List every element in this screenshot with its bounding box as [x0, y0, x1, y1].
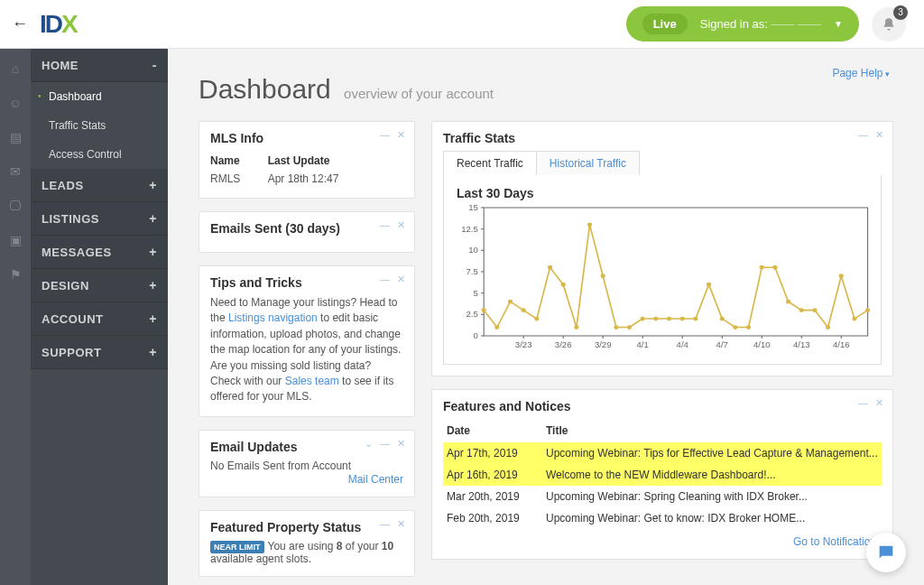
collapse-icon[interactable]: —: [858, 397, 868, 409]
card-title: MLS Info: [210, 131, 403, 145]
notice-row[interactable]: Apr 17th, 2019Upcoming Webinar: Tips for…: [443, 442, 882, 464]
card-title: Featured Property Status: [210, 520, 403, 534]
svg-point-38: [548, 265, 552, 270]
chevron-down-icon[interactable]: ⌄: [365, 438, 373, 450]
collapse-icon[interactable]: —: [380, 438, 390, 450]
svg-point-43: [614, 325, 618, 330]
chart-title: Last 30 Days: [457, 186, 873, 200]
messages-icon[interactable]: ✉: [10, 164, 21, 179]
chat-fab[interactable]: [866, 533, 906, 572]
svg-point-34: [494, 325, 499, 330]
content: Page Help Dashboard overview of your acc…: [168, 49, 924, 585]
traffic-tabs: Recent Traffic Historical Traffic: [443, 151, 640, 175]
collapse-icon[interactable]: —: [380, 274, 390, 285]
collapse-icon[interactable]: —: [380, 518, 390, 530]
sidebar-section-support[interactable]: SUPPORT+: [31, 336, 168, 369]
topbar: ← IDX Live Signed in as: —— —— ▼ 3: [0, 0, 924, 49]
card-emails-sent: —✕ Emails Sent (30 days): [199, 211, 415, 253]
page-help-link[interactable]: Page Help: [832, 67, 890, 79]
notifications-button[interactable]: 3: [872, 7, 906, 42]
collapse-icon[interactable]: —: [858, 129, 868, 141]
sidebar-item-dashboard[interactable]: Dashboard: [31, 82, 168, 111]
svg-point-45: [641, 317, 645, 321]
close-icon[interactable]: ✕: [397, 438, 405, 450]
listings-icon[interactable]: ▤: [10, 130, 22, 144]
svg-point-59: [826, 325, 830, 330]
tab-recent-traffic[interactable]: Recent Traffic: [444, 152, 537, 175]
mail-center-link[interactable]: Mail Center: [348, 473, 403, 486]
sidebar-item-traffic-stats[interactable]: Traffic Stats: [31, 111, 168, 140]
svg-point-44: [627, 325, 632, 330]
close-icon[interactable]: ✕: [397, 274, 405, 285]
design-icon[interactable]: 🖵: [9, 199, 22, 213]
sidebar-section-listings[interactable]: LISTINGS+: [31, 202, 168, 236]
svg-point-48: [680, 317, 685, 321]
svg-text:4/13: 4/13: [793, 340, 810, 349]
svg-point-52: [733, 325, 737, 330]
support-icon[interactable]: ⚑: [10, 267, 22, 282]
notice-row[interactable]: Apr 16th, 2019Welcome to the NEW Middlew…: [443, 464, 882, 486]
tab-historical-traffic[interactable]: Historical Traffic: [537, 152, 639, 175]
account-icon[interactable]: ▣: [10, 233, 22, 247]
sidebar-section-account[interactable]: ACCOUNT+: [31, 302, 168, 336]
chat-icon: [876, 543, 896, 562]
svg-text:3/26: 3/26: [555, 340, 572, 349]
back-arrow-icon[interactable]: ←: [9, 14, 31, 33]
collapse-icon[interactable]: —: [380, 129, 390, 141]
card-title: Features and Notices: [443, 399, 882, 413]
topbar-right: Live Signed in as: —— —— ▼ 3: [626, 6, 906, 42]
svg-text:12.5: 12.5: [461, 225, 478, 234]
logo[interactable]: IDX: [40, 10, 77, 39]
leads-icon[interactable]: ☺: [9, 96, 22, 110]
sidebar-section-leads[interactable]: LEADS+: [31, 169, 168, 202]
page-subtitle: overview of your account: [344, 86, 494, 101]
card-title: Tips and Tricks: [210, 275, 403, 290]
close-icon[interactable]: ✕: [875, 129, 883, 141]
svg-point-33: [482, 308, 486, 312]
listings-nav-link[interactable]: Listings navigation: [228, 311, 318, 324]
svg-point-37: [534, 317, 539, 321]
close-icon[interactable]: ✕: [397, 219, 405, 231]
card-features-notices: —✕ Features and Notices DateTitle Apr 17…: [431, 389, 893, 560]
svg-text:0: 0: [473, 331, 477, 340]
svg-point-49: [693, 317, 698, 321]
tips-body: Need to Manage your listings? Head to th…: [210, 295, 403, 405]
chart-wrap: Last 30 Days 02.557.51012.5153/233/263/2…: [443, 175, 882, 365]
svg-text:5: 5: [473, 289, 477, 298]
home-icon[interactable]: ⌂: [12, 61, 19, 76]
svg-point-46: [653, 317, 658, 321]
chevron-down-icon: ▼: [834, 19, 843, 29]
svg-text:10: 10: [468, 246, 478, 255]
svg-point-53: [746, 325, 751, 330]
close-icon[interactable]: ✕: [397, 518, 405, 530]
svg-text:7.5: 7.5: [466, 267, 477, 276]
email-updates-body: No Emails Sent from Account: [210, 460, 403, 472]
svg-point-40: [574, 325, 578, 330]
close-icon[interactable]: ✕: [397, 129, 405, 141]
svg-point-42: [601, 274, 605, 278]
card-email-updates: ⌄—✕ Email Updates No Emails Sent from Ac…: [199, 430, 415, 497]
svg-point-51: [720, 317, 725, 321]
sales-team-link[interactable]: Sales team: [285, 375, 339, 387]
svg-text:4/4: 4/4: [677, 340, 688, 349]
account-pill[interactable]: Live Signed in as: —— —— ▼: [626, 6, 859, 42]
sidebar-section-messages[interactable]: MESSAGES+: [31, 236, 168, 269]
notice-row[interactable]: Feb 20th, 2019Upcoming Webinar: Get to k…: [443, 507, 882, 529]
svg-point-56: [786, 300, 790, 304]
svg-point-62: [865, 308, 870, 312]
mls-table: NameLast Update RMLSApr 18th 12:47: [210, 151, 403, 187]
card-tips: —✕ Tips and Tricks Need to Manage your l…: [199, 265, 415, 417]
svg-point-61: [852, 317, 856, 321]
traffic-chart: 02.557.51012.5153/233/263/294/14/44/74/1…: [451, 202, 873, 356]
svg-point-60: [839, 274, 844, 278]
sidebar-section-design[interactable]: DESIGN+: [31, 269, 168, 302]
close-icon[interactable]: ✕: [875, 397, 883, 409]
notices-table: DateTitle Apr 17th, 2019Upcoming Webinar…: [443, 419, 882, 529]
sidebar-item-access-control[interactable]: Access Control: [31, 140, 168, 169]
svg-text:4/7: 4/7: [716, 340, 728, 349]
bell-icon: [882, 17, 896, 32]
svg-point-58: [812, 308, 817, 312]
sidebar-section-home[interactable]: HOME-: [31, 49, 168, 82]
notice-row[interactable]: Mar 20th, 2019Upcoming Webinar: Spring C…: [443, 486, 882, 507]
collapse-icon[interactable]: —: [380, 219, 390, 231]
